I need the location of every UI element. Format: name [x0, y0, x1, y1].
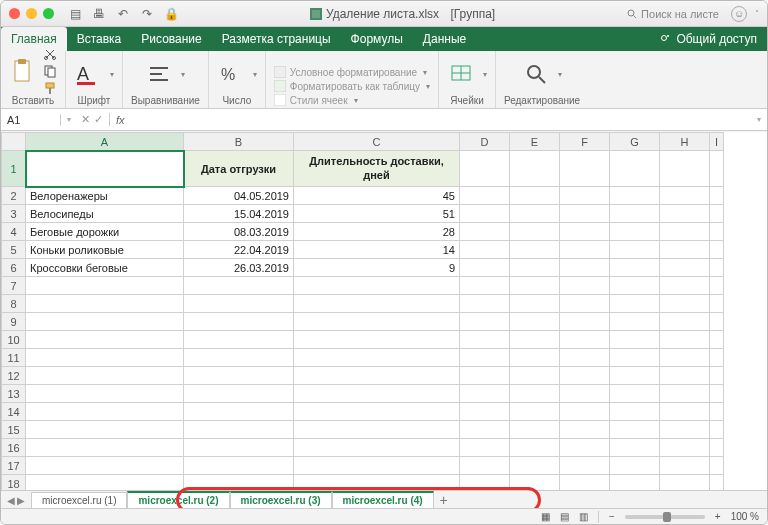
cell[interactable] — [560, 223, 610, 241]
cell[interactable] — [184, 439, 294, 457]
row-header[interactable]: 11 — [2, 349, 26, 367]
cell[interactable] — [510, 439, 560, 457]
cell[interactable] — [294, 295, 460, 313]
cell[interactable] — [660, 367, 710, 385]
row-header[interactable]: 13 — [2, 385, 26, 403]
cell[interactable] — [610, 349, 660, 367]
cell[interactable] — [510, 259, 560, 277]
cell[interactable] — [460, 421, 510, 439]
cell[interactable] — [560, 457, 610, 475]
cell[interactable] — [294, 385, 460, 403]
cell[interactable] — [560, 151, 610, 187]
cell[interactable] — [710, 457, 724, 475]
cell[interactable] — [510, 475, 560, 492]
row-header[interactable]: 10 — [2, 331, 26, 349]
sheet-nav-prev-icon[interactable]: ◀ — [7, 495, 15, 506]
cell[interactable]: 28 — [294, 223, 460, 241]
cell[interactable] — [184, 349, 294, 367]
cell[interactable]: 22.04.2019 — [184, 241, 294, 259]
tab-draw[interactable]: Рисование — [131, 27, 211, 51]
cell[interactable] — [26, 151, 184, 187]
cell[interactable] — [26, 475, 184, 492]
cell[interactable] — [294, 475, 460, 492]
row-header[interactable]: 14 — [2, 403, 26, 421]
cell[interactable] — [610, 439, 660, 457]
cell[interactable] — [560, 331, 610, 349]
cell[interactable] — [660, 223, 710, 241]
format-as-table-button[interactable]: Форматировать как таблицу▾ — [274, 80, 430, 92]
row-header[interactable]: 4 — [2, 223, 26, 241]
zoom-out-icon[interactable]: − — [609, 511, 615, 522]
spreadsheet[interactable]: ABCDEFGHI1Дата отгрузкиДлительность дост… — [1, 132, 767, 491]
cell[interactable] — [460, 241, 510, 259]
cell-styles-button[interactable]: Стили ячеек▾ — [274, 94, 430, 106]
view-normal-icon[interactable]: ▦ — [541, 511, 550, 522]
cell[interactable] — [610, 223, 660, 241]
format-painter-icon[interactable] — [43, 81, 57, 95]
cell[interactable] — [610, 205, 660, 223]
cell[interactable]: 04.05.2019 — [184, 187, 294, 205]
cell[interactable] — [294, 421, 460, 439]
cell[interactable]: 08.03.2019 — [184, 223, 294, 241]
cell[interactable] — [460, 223, 510, 241]
cell[interactable] — [510, 295, 560, 313]
cell[interactable]: Велосипеды — [26, 205, 184, 223]
cell[interactable] — [610, 385, 660, 403]
cell[interactable] — [560, 313, 610, 331]
cell[interactable] — [560, 439, 610, 457]
cell[interactable] — [460, 439, 510, 457]
cell[interactable] — [560, 421, 610, 439]
ribbon-collapse-icon[interactable]: ˄ — [755, 9, 759, 18]
row-header[interactable]: 8 — [2, 295, 26, 313]
cell[interactable] — [460, 331, 510, 349]
cell[interactable] — [560, 403, 610, 421]
align-button[interactable] — [145, 60, 173, 88]
row-header[interactable]: 5 — [2, 241, 26, 259]
cell[interactable] — [710, 331, 724, 349]
cell[interactable] — [660, 205, 710, 223]
copy-icon[interactable] — [43, 64, 57, 78]
cell[interactable] — [610, 421, 660, 439]
cell[interactable] — [184, 295, 294, 313]
cancel-formula-icon[interactable]: ✕ — [81, 113, 90, 126]
cell[interactable] — [26, 439, 184, 457]
save-icon[interactable]: ▤ — [68, 7, 82, 21]
cell[interactable] — [26, 457, 184, 475]
cell[interactable] — [460, 277, 510, 295]
cell[interactable] — [610, 475, 660, 492]
tab-page-layout[interactable]: Разметка страницы — [212, 27, 341, 51]
cell[interactable] — [460, 457, 510, 475]
cell[interactable]: 14 — [294, 241, 460, 259]
fx-icon[interactable]: fx — [110, 114, 131, 126]
conditional-formatting-button[interactable]: Условное форматирование▾ — [274, 66, 430, 78]
row-header[interactable]: 7 — [2, 277, 26, 295]
cell[interactable] — [460, 367, 510, 385]
cell[interactable] — [610, 295, 660, 313]
cell[interactable] — [460, 187, 510, 205]
cell[interactable] — [660, 421, 710, 439]
cell[interactable] — [610, 457, 660, 475]
cell[interactable]: Беговые дорожки — [26, 223, 184, 241]
view-page-layout-icon[interactable]: ▤ — [560, 511, 569, 522]
column-header[interactable]: D — [460, 133, 510, 151]
cell[interactable] — [510, 187, 560, 205]
cell[interactable] — [710, 385, 724, 403]
cell[interactable] — [510, 241, 560, 259]
namebox-dropdown-icon[interactable]: ▾ — [63, 115, 75, 124]
cell[interactable] — [510, 421, 560, 439]
cell[interactable] — [26, 421, 184, 439]
cell[interactable] — [460, 313, 510, 331]
view-page-break-icon[interactable]: ▥ — [579, 511, 588, 522]
undo-icon[interactable]: ↶ — [116, 7, 130, 21]
row-header[interactable]: 17 — [2, 457, 26, 475]
cell[interactable] — [710, 295, 724, 313]
cell[interactable] — [510, 457, 560, 475]
cell[interactable]: Дата отгрузки — [184, 151, 294, 187]
cell[interactable] — [294, 349, 460, 367]
cell[interactable] — [660, 313, 710, 331]
tab-data[interactable]: Данные — [413, 27, 476, 51]
cell[interactable] — [660, 151, 710, 187]
cell[interactable] — [510, 151, 560, 187]
cell[interactable]: 9 — [294, 259, 460, 277]
accept-formula-icon[interactable]: ✓ — [94, 113, 103, 126]
